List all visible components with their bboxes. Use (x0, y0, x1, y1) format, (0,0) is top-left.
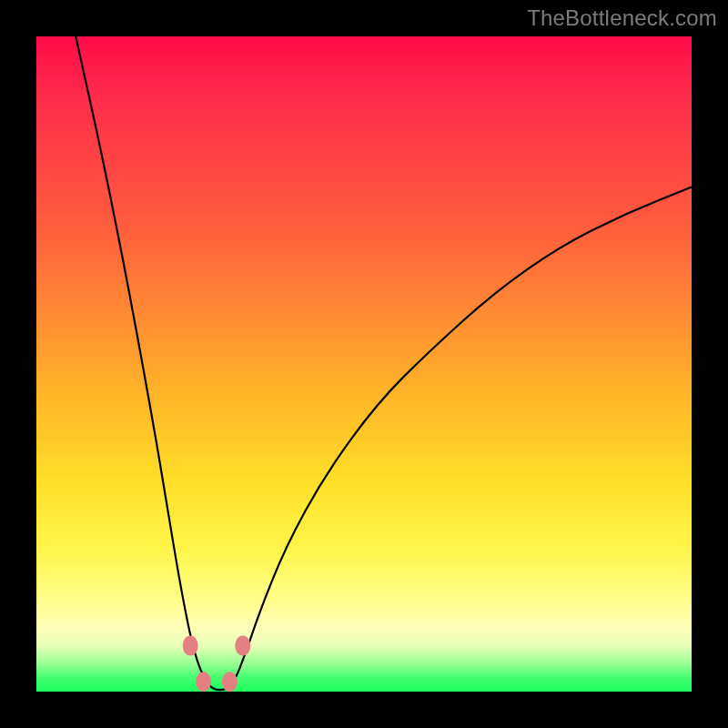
curve-layer (36, 36, 692, 692)
bottleneck-curve (76, 36, 692, 690)
watermark-text: TheBottleneck.com (527, 5, 717, 31)
trough-bead (183, 636, 198, 656)
trough-bead (222, 672, 238, 692)
plot-area (36, 36, 692, 692)
trough-bead (196, 672, 211, 692)
trough-markers (183, 636, 251, 693)
chart-frame: TheBottleneck.com (0, 0, 728, 728)
trough-bead (235, 636, 250, 656)
